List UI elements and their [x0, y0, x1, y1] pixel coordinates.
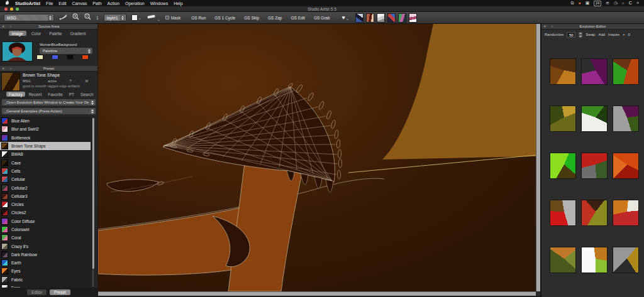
swap-button[interactable]: Swap — [586, 33, 595, 36]
menu-item-file[interactable]: File — [46, 1, 53, 6]
evolution-thumbnail[interactable] — [550, 153, 576, 179]
favorite-thumbnail[interactable] — [409, 13, 417, 23]
gs-button-gs-run[interactable]: GS Run — [188, 16, 209, 20]
mask-checkbox[interactable] — [165, 16, 169, 19]
menu-item-edit[interactable]: Edit — [58, 1, 66, 6]
wifi-icon[interactable]: ≋ — [606, 0, 609, 6]
evolution-thumbnail[interactable] — [550, 105, 576, 132]
gs-button-gs-skip[interactable]: GS Skip — [241, 16, 262, 20]
eraser-icon[interactable] — [147, 14, 157, 22]
preset-tab-factory[interactable]: Factory — [6, 92, 25, 97]
menu-item-windows[interactable]: Windows — [150, 1, 168, 6]
preset-list-item[interactable]: Blur and Swirl2 — [0, 125, 91, 133]
preset-list-item[interactable]: BWAB — [0, 150, 91, 158]
evolution-thumbnail[interactable] — [613, 247, 639, 273]
mask-toggle[interactable]: Mask — [165, 16, 181, 20]
clock-icon[interactable]: ◷ — [614, 0, 618, 6]
palettize-dropdown[interactable]: Palettize — [40, 48, 92, 54]
canvas-vertical-scrollbar[interactable] — [536, 24, 540, 291]
preset-list-item[interactable]: Crazy 8's — [0, 242, 91, 250]
preset-tab-pt[interactable]: PT — [67, 92, 77, 97]
source-tab-image[interactable]: Image — [9, 31, 26, 36]
preset-list-item[interactable]: Earth — [0, 259, 91, 267]
menu-app-studioartist[interactable]: StudioArtist — [15, 1, 40, 6]
screen-mirror-icon[interactable]: ⧉ — [570, 0, 574, 6]
layer-dropdown[interactable]: layer1 — [104, 14, 126, 21]
msg-help-flag[interactable]: ? — [69, 79, 71, 83]
heart-favorites-icon[interactable]: ♥ — [342, 14, 345, 21]
zoom-in-icon[interactable] — [72, 13, 79, 23]
menu-list-icon[interactable]: ≡ — [636, 0, 639, 6]
preset-list-item[interactable]: Circles2 — [0, 208, 91, 217]
c-app-icon[interactable]: C — [629, 0, 632, 6]
preset-list-item[interactable]: Cellular — [0, 175, 91, 183]
current-preset-thumbnail[interactable] — [1, 72, 20, 91]
evolution-thumbnail[interactable] — [581, 58, 608, 85]
preset-list-item[interactable]: Circles — [0, 200, 91, 208]
panel-close-icon[interactable]: ✕ ○ — [543, 24, 555, 30]
evolution-thumbnail[interactable] — [550, 58, 576, 85]
mutation-stepper-icon[interactable] — [579, 32, 582, 38]
gs-button-gs-zap[interactable]: GS Zap — [265, 16, 285, 20]
evolution-thumbnail[interactable] — [613, 153, 639, 179]
favorite-thumbnail[interactable] — [366, 13, 374, 23]
zoom-out-icon[interactable] — [84, 13, 91, 23]
preset-list-item[interactable]: Bottleneck — [0, 134, 91, 142]
evolution-thumbnail[interactable] — [550, 247, 576, 273]
evolution-thumbnail[interactable] — [581, 105, 608, 132]
paintbrush-icon[interactable] — [59, 14, 67, 22]
preset-list-item[interactable]: Coral — [0, 234, 91, 242]
display-icon[interactable]: ▣ — [586, 0, 590, 6]
palette-swatch-1[interactable] — [36, 55, 43, 60]
preset-list-item[interactable]: Dark Rainbow — [0, 251, 91, 259]
palette-swatch-4[interactable] — [82, 55, 89, 60]
preset-tab-search[interactable]: Search — [78, 92, 96, 97]
preset-tab-favorite[interactable]: Favorite — [45, 92, 65, 97]
menu-item-path[interactable]: Path — [92, 1, 101, 6]
chevron-down-icon[interactable]: ⌄ — [346, 16, 349, 21]
source-tab-color[interactable]: Color — [28, 31, 45, 36]
plus-button[interactable]: + — [623, 33, 625, 36]
battery-indicator[interactable]: 24 — [594, 1, 601, 6]
panel-close-icon[interactable]: ✕ ○ — [2, 66, 13, 72]
palette-swatch-2[interactable] — [52, 55, 58, 60]
gs-button-gs-grab[interactable]: GS Grab — [311, 16, 333, 20]
evolution-thumbnail[interactable] — [581, 247, 608, 273]
preset-list-item[interactable]: Cave — [0, 158, 91, 166]
evolution-thumbnail[interactable] — [613, 200, 639, 226]
evolution-editor-dropdown[interactable]: _Open Evolution Editor Window to Create … — [1, 99, 96, 106]
preset-tab-recent[interactable]: Recent — [26, 92, 45, 97]
bottom-tab-preset[interactable]: Preset — [50, 289, 70, 295]
add-button[interactable]: Add — [598, 33, 605, 36]
menu-item-action[interactable]: Action — [108, 1, 119, 6]
favorite-thumbnail[interactable] — [377, 13, 385, 23]
menu-item-help[interactable]: Help — [174, 1, 182, 6]
preset-list-item[interactable]: Brown Tone Shape — [0, 142, 91, 150]
evolution-thumbnail[interactable] — [581, 153, 608, 179]
preset-list-item[interactable]: Color Diffuse — [0, 217, 91, 225]
msg-memory-flag[interactable]: M — [86, 79, 89, 83]
favorite-thumbnail[interactable] — [398, 13, 406, 23]
evolution-thumbnail[interactable] — [550, 200, 576, 226]
source-tab-gradient[interactable]: Gradient — [67, 31, 89, 36]
favorite-thumbnail[interactable] — [387, 13, 396, 23]
evolution-thumbnail[interactable] — [613, 105, 639, 132]
source-image-thumbnail[interactable] — [2, 41, 33, 62]
preset-list-item[interactable]: Colorswirl — [0, 225, 91, 234]
gs-button-gs-edit[interactable]: GS Edit — [287, 16, 308, 20]
preset-list-item[interactable]: Cellular3 — [0, 192, 91, 200]
evolution-thumbnail[interactable] — [613, 58, 639, 85]
inspire-button[interactable]: Inspire — [608, 33, 619, 36]
menu-item-operation[interactable]: Operation — [125, 1, 145, 6]
evolution-thumbnail[interactable] — [581, 200, 608, 226]
operation-mode-dropdown[interactable]: MSG — [4, 14, 54, 21]
randomize-button[interactable]: Randomize — [545, 33, 564, 36]
menu-item-canvas[interactable]: Canvas — [72, 1, 87, 6]
preset-list-item[interactable]: Eyes — [0, 267, 91, 275]
canvas-area[interactable] — [98, 24, 536, 291]
canvas-horizontal-scrollbar[interactable] — [98, 291, 536, 296]
source-tab-palette[interactable]: Palette — [46, 31, 65, 36]
preset-list-scrollbar[interactable] — [91, 117, 95, 288]
preset-list-item[interactable]: Cellular2 — [0, 183, 91, 192]
preset-list-item[interactable]: Blue Alien — [0, 117, 91, 125]
